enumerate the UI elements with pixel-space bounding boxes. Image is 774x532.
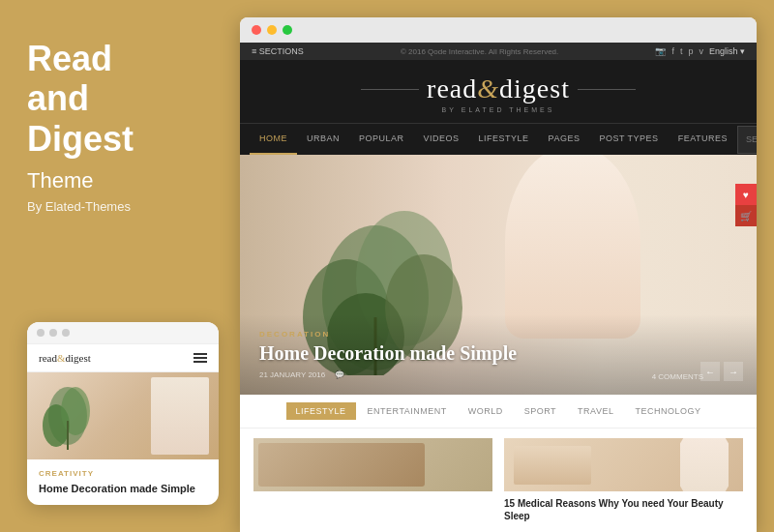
browser-window: ≡ SECTIONS © 2016 Qode Interactive. All … (240, 17, 757, 532)
cat-tab-lifestyle[interactable]: LIFESTYLE (286, 402, 356, 420)
logo-container: read&digest (252, 74, 745, 104)
vimeo-icon[interactable]: v (699, 46, 703, 56)
mobile-hero-image (27, 372, 219, 459)
card-image-bg (258, 443, 425, 487)
mobile-top-bar (27, 322, 219, 344)
logo-line-right (578, 89, 636, 90)
search-bar: 🔍 (737, 126, 757, 154)
nav-item-videos[interactable]: VIDEOS (414, 124, 469, 155)
bottom-card-2-image (504, 438, 743, 491)
search-input[interactable] (746, 134, 757, 144)
cat-tab-sport[interactable]: SPORT (515, 402, 566, 420)
instagram-icon[interactable]: 📷 (655, 46, 666, 56)
hero-overlay: DECORATION Home Decoration made Simple 2… (240, 314, 757, 395)
logo-digest: digest (499, 74, 570, 104)
site-logo[interactable]: read&digest (427, 74, 570, 104)
hero-category: DECORATION (259, 330, 737, 339)
mobile-mockup: read&digest CREATIVITY Home Decoration m… (27, 322, 219, 505)
sidebar-cart-icon[interactable]: 🛒 (735, 205, 757, 226)
mobile-dot-3 (62, 329, 70, 337)
title-line2: and (27, 78, 89, 118)
browser-chrome (240, 17, 757, 43)
card2-image-bg (514, 446, 591, 485)
nav-item-features[interactable]: FEATURES (669, 124, 737, 155)
language-selector[interactable]: English ▾ (709, 46, 745, 56)
sections-button[interactable]: ≡ SECTIONS (252, 46, 304, 56)
nav-item-pages[interactable]: PAGES (539, 124, 590, 155)
hero-comment-icon: 💬 (335, 370, 344, 379)
mobile-article-title: Home Decoration made Simple (39, 482, 207, 495)
hero-comments-count: 4 COMMENTS (652, 372, 703, 381)
bottom-card-1 (253, 438, 492, 522)
mobile-person-figure (151, 377, 209, 455)
utility-bar: ≡ SECTIONS © 2016 Qode Interactive. All … (240, 43, 757, 60)
logo-read: read (427, 74, 477, 104)
cat-tab-travel[interactable]: TRAVEL (568, 402, 623, 420)
category-tabs: LIFESTYLE ENTERTAINMENT WORLD SPORT TRAV… (240, 395, 757, 429)
title-line1: Read (27, 39, 112, 78)
mobile-category: CREATIVITY (39, 469, 207, 478)
hamburger-icon (194, 353, 207, 363)
navigation-bar: HOME URBAN POPULAR VIDEOS LIFESTYLE PAGE… (240, 123, 757, 155)
site-header: read&digest BY ELATED THEMES (240, 60, 757, 123)
theme-title: Read and Digest (27, 39, 213, 159)
copyright-text: © 2016 Qode Interactive. All Rights Rese… (401, 47, 558, 56)
cat-tab-world[interactable]: WORLD (459, 402, 513, 420)
mobile-logo: read&digest (39, 352, 91, 364)
twitter-icon[interactable]: t (680, 46, 683, 56)
hero-title: Home Decoration made Simple (259, 342, 737, 365)
hero-nav-arrows: ← → (700, 362, 743, 381)
cat-tab-entertainment[interactable]: ENTERTAINMENT (358, 402, 457, 420)
logo-ampersand: & (477, 74, 499, 104)
bottom-card-1-image (253, 438, 492, 491)
cat-tab-technology[interactable]: TECHNOLOGY (625, 402, 710, 420)
browser-dot-fullscreen[interactable] (283, 25, 292, 35)
next-arrow-button[interactable]: → (724, 362, 743, 381)
nav-item-post-types[interactable]: POST TYPES (589, 124, 668, 155)
bottom-article-grid: 15 Medical Reasons Why You need Your Bea… (240, 429, 757, 532)
utility-right: 📷 f t p v English ▾ (655, 46, 745, 56)
svg-point-2 (61, 387, 90, 435)
prev-arrow-button[interactable]: ← (700, 362, 720, 381)
mobile-plant-svg (42, 382, 95, 450)
bottom-card-2-title[interactable]: 15 Medical Reasons Why You need Your Bea… (504, 497, 743, 522)
mobile-content: CREATIVITY Home Decoration made Simple (27, 459, 219, 505)
sidebar-social-icons: ♥ 🛒 (735, 184, 757, 226)
left-panel: Read and Digest Theme By Elated-Themes r… (0, 0, 240, 532)
hero-person-shape (505, 155, 640, 339)
browser-dot-minimize[interactable] (267, 25, 277, 35)
theme-subtitle: Theme (27, 168, 213, 193)
theme-by: By Elated-Themes (27, 199, 213, 214)
nav-item-urban[interactable]: URBAN (297, 124, 349, 155)
nav-items: HOME URBAN POPULAR VIDEOS LIFESTYLE PAGE… (250, 124, 737, 155)
hero-date: 21 JANUARY 2016 (259, 370, 325, 379)
nav-item-popular[interactable]: POPULAR (349, 124, 414, 155)
hero-section: DECORATION Home Decoration made Simple 2… (240, 155, 757, 395)
mobile-dot-2 (49, 329, 57, 337)
website-content: ≡ SECTIONS © 2016 Qode Interactive. All … (240, 43, 757, 532)
bottom-section: LIFESTYLE ENTERTAINMENT WORLD SPORT TRAV… (240, 395, 757, 532)
mobile-dot-1 (37, 329, 45, 337)
site-tagline: BY ELATED THEMES (252, 106, 745, 113)
facebook-icon[interactable]: f (671, 46, 674, 56)
nav-item-home[interactable]: HOME (250, 124, 297, 155)
nav-item-lifestyle[interactable]: LIFESTYLE (469, 124, 539, 155)
card2-person (680, 438, 729, 491)
title-line3: Digest (27, 119, 134, 159)
sidebar-heart-icon[interactable]: ♥ (735, 184, 757, 205)
bottom-card-2: 15 Medical Reasons Why You need Your Bea… (504, 438, 743, 522)
pinterest-icon[interactable]: p (688, 46, 693, 56)
browser-dot-close[interactable] (252, 25, 261, 35)
logo-line-left (361, 89, 419, 90)
mobile-header: read&digest (27, 344, 219, 372)
utility-left: ≡ SECTIONS (252, 46, 304, 56)
